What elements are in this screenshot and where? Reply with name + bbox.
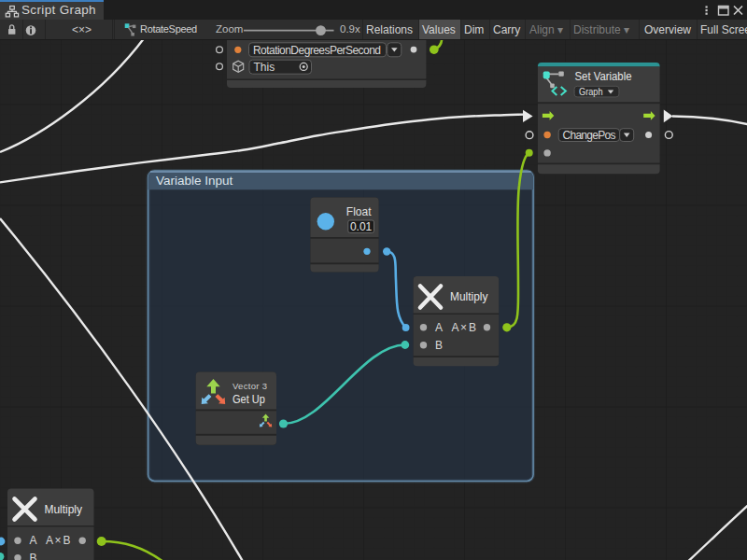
svg-text:Multiply: Multiply — [450, 290, 488, 303]
svg-text:Get Up: Get Up — [233, 393, 265, 406]
svg-text:Set Variable: Set Variable — [575, 70, 632, 83]
svg-text:A: A — [435, 321, 443, 334]
svg-text:A × B: A × B — [46, 534, 71, 547]
svg-text:Float: Float — [346, 205, 372, 218]
svg-text:0.01: 0.01 — [350, 220, 373, 233]
svg-text:ChangePos: ChangePos — [563, 129, 616, 142]
svg-text:Multiply: Multiply — [45, 503, 83, 516]
svg-text:Vector 3: Vector 3 — [233, 381, 267, 391]
svg-text:Graph: Graph — [579, 86, 603, 97]
svg-text:RotationDegreesPerSecond: RotationDegreesPerSecond — [253, 44, 381, 57]
svg-text:This: This — [254, 61, 275, 74]
svg-text:A × B: A × B — [452, 321, 477, 334]
svg-text:Variable Input: Variable Input — [156, 174, 233, 188]
svg-text:A: A — [30, 534, 37, 547]
svg-text:B: B — [435, 339, 443, 352]
svg-text:B: B — [30, 552, 37, 560]
